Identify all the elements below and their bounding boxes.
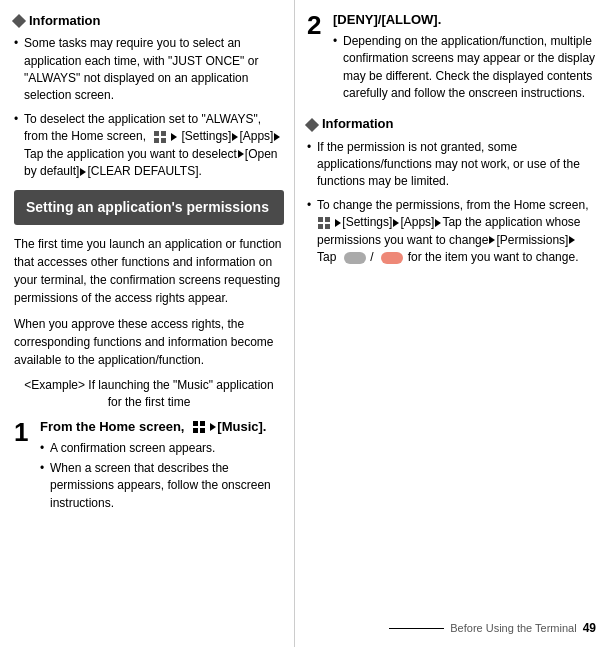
svg-rect-0 xyxy=(154,131,159,136)
info-header-label-left: Information xyxy=(29,12,101,30)
arrow-step1 xyxy=(210,423,216,431)
svg-rect-9 xyxy=(325,217,330,222)
info-list-left: Some tasks may require you to select an … xyxy=(14,35,284,180)
step-1-title: From the Home screen, [Music]. xyxy=(40,419,284,436)
step-1-item-2: When a screen that describes the permiss… xyxy=(40,460,284,512)
svg-rect-10 xyxy=(318,224,323,229)
grid-icon-2 xyxy=(193,421,205,433)
info-item-right-2: To change the permissions, from the Home… xyxy=(307,197,598,267)
step-2-content: [DENY]/[ALLOW]. Depending on the applica… xyxy=(333,12,598,105)
svg-rect-5 xyxy=(200,421,205,426)
left-column: Information Some tasks may require you t… xyxy=(0,0,295,647)
info-header-left: Information xyxy=(14,12,284,30)
info-list-right: If the permission is not granted, some a… xyxy=(307,139,598,267)
svg-rect-1 xyxy=(161,131,166,136)
info-item-right-1: If the permission is not granted, some a… xyxy=(307,139,598,191)
page-number: 49 xyxy=(583,620,596,637)
step-2: 2 [DENY]/[ALLOW]. Depending on the appli… xyxy=(307,12,598,105)
svg-rect-6 xyxy=(193,428,198,433)
step-1-content: From the Home screen, [Music]. A confirm… xyxy=(40,419,284,515)
toggle-off-icon xyxy=(344,252,366,264)
info-item-left-1: Some tasks may require you to select an … xyxy=(14,35,284,105)
example-text: <Example> If launching the "Music" appli… xyxy=(14,377,284,411)
step-1-item-1: A confirmation screen appears. xyxy=(40,440,284,457)
step-2-item-1: Depending on the application/function, m… xyxy=(333,33,598,103)
arrow-r5 xyxy=(569,236,575,244)
section-title-text: Setting an application's permissions xyxy=(26,199,269,215)
body-text-1: The first time you launch an application… xyxy=(14,235,284,307)
footer-line xyxy=(389,628,444,629)
svg-rect-2 xyxy=(154,138,159,143)
arrow-r3 xyxy=(435,219,441,227)
arrow-icon-3 xyxy=(274,133,280,141)
svg-rect-7 xyxy=(200,428,205,433)
footer: Before Using the Terminal 49 xyxy=(389,620,596,637)
diamond-icon-right xyxy=(305,117,319,131)
footer-text: Before Using the Terminal xyxy=(450,621,576,636)
step-1-number: 1 xyxy=(14,419,32,445)
svg-rect-8 xyxy=(318,217,323,222)
info-header-label-right: Information xyxy=(322,115,394,133)
step-2-list: Depending on the application/function, m… xyxy=(333,33,598,103)
grid-icon-1 xyxy=(154,131,166,143)
section-title-box: Setting an application's permissions xyxy=(14,190,284,225)
arrow-r1 xyxy=(335,219,341,227)
step-1: 1 From the Home screen, [Music]. A confi… xyxy=(14,419,284,515)
page-container: Information Some tasks may require you t… xyxy=(0,0,608,647)
info-item-left-2: To deselect the application set to "ALWA… xyxy=(14,111,284,181)
arrow-icon-2 xyxy=(232,133,238,141)
svg-rect-11 xyxy=(325,224,330,229)
step-2-title: [DENY]/[ALLOW]. xyxy=(333,12,598,29)
arrow-icon-1 xyxy=(171,133,177,141)
svg-rect-4 xyxy=(193,421,198,426)
diamond-icon-left xyxy=(12,14,26,28)
step-2-number: 2 xyxy=(307,12,325,38)
grid-icon-3 xyxy=(318,217,330,229)
body-text-2: When you approve these access rights, th… xyxy=(14,315,284,369)
arrow-r2 xyxy=(393,219,399,227)
arrow-r4 xyxy=(489,236,495,244)
svg-rect-3 xyxy=(161,138,166,143)
info-header-right: Information xyxy=(307,115,598,133)
right-column: 2 [DENY]/[ALLOW]. Depending on the appli… xyxy=(295,0,608,647)
toggle-on-icon xyxy=(381,252,403,264)
arrow-icon-4 xyxy=(238,150,244,158)
step-1-list: A confirmation screen appears. When a sc… xyxy=(40,440,284,513)
page: Information Some tasks may require you t… xyxy=(0,0,608,647)
arrow-icon-5 xyxy=(80,168,86,176)
